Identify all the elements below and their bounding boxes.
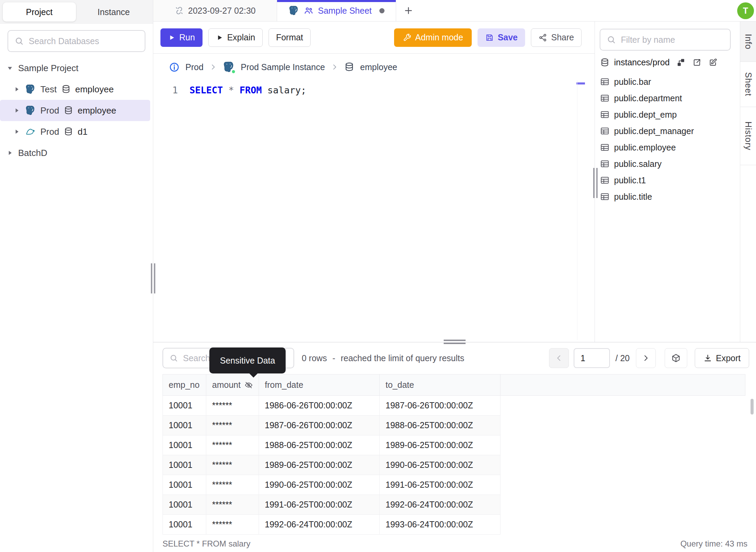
sidebar-resize-handle[interactable]: [151, 263, 155, 293]
table-cell-filler: [500, 416, 745, 435]
run-button[interactable]: Run: [160, 28, 203, 47]
column-header-to_date: to_date: [380, 374, 500, 396]
tree-item-batchd[interactable]: BatchD: [0, 142, 153, 163]
editor-panel-resize-handle[interactable]: [593, 168, 598, 198]
limit-message: reached the limit of query results: [341, 353, 464, 363]
results-scrollbar[interactable]: [751, 399, 754, 415]
database-path: instances/prod: [614, 57, 670, 67]
sql-code-line[interactable]: SELECT * FROM salary;: [190, 85, 306, 95]
external-link-icon: [692, 58, 702, 67]
data-view-mode-button[interactable]: [665, 348, 687, 368]
breadcrumb-database[interactable]: employee: [360, 62, 397, 72]
breadcrumb-instance[interactable]: Prod Sample Instance: [241, 62, 325, 72]
tab-project[interactable]: Project: [3, 2, 76, 22]
schema-table-item[interactable]: public.department: [595, 90, 740, 106]
tree-item-prod-employee[interactable]: Prod employee: [0, 100, 150, 121]
explain-button[interactable]: Explain: [208, 28, 263, 47]
prev-page-button[interactable]: [549, 348, 569, 368]
database-search-input[interactable]: [29, 36, 139, 46]
tooltip-arrow: [249, 373, 258, 378]
database-icon: [61, 84, 71, 94]
schema-table-label: public.t1: [614, 175, 646, 185]
instance-status-dot: [231, 69, 236, 74]
wrench-icon: [403, 33, 412, 42]
sql-star: *: [229, 85, 234, 95]
table-cell-filler: [500, 455, 745, 475]
table-cell: ******: [206, 416, 259, 435]
tree-item-sample-project[interactable]: Sample Project: [0, 57, 153, 79]
results-grid: emp_noamountfrom_dateto_date 10001******…: [162, 374, 756, 536]
tab-instance[interactable]: Instance: [77, 2, 151, 22]
schema-filter-input[interactable]: [621, 35, 724, 45]
schema-table-item[interactable]: public.dept_manager: [595, 123, 740, 139]
table-row: 10001******1989-06-25T00:00:00Z1990-06-2…: [163, 455, 745, 475]
table-row: 10001******1988-06-25T00:00:00Z1989-06-2…: [163, 435, 745, 455]
column-header-filler: [500, 374, 745, 396]
database-icon: [600, 58, 610, 67]
schema-diagram-button[interactable]: [676, 58, 686, 67]
schema-filter: [600, 29, 731, 51]
edit-icon: [708, 58, 718, 67]
schema-table-item[interactable]: public.bar: [595, 74, 740, 90]
avatar[interactable]: T: [737, 2, 754, 19]
editor-toolbar: Run Explain Format Admin mode Save Share: [153, 22, 595, 54]
sql-editor[interactable]: 1 SELECT * FROM salary;: [153, 80, 595, 342]
page-number-input[interactable]: [574, 348, 610, 368]
admin-mode-label: Admin mode: [415, 32, 463, 42]
new-tab-button[interactable]: [396, 0, 421, 21]
table-cell: ******: [206, 455, 259, 475]
sql-keyword: FROM: [239, 85, 262, 95]
database-search: [8, 30, 145, 52]
export-label: Export: [716, 353, 741, 363]
info-icon[interactable]: [169, 62, 180, 73]
admin-mode-button[interactable]: Admin mode: [394, 28, 472, 47]
tab-sample-sheet[interactable]: Sample Sheet: [277, 0, 396, 21]
schema-table-item[interactable]: public.t1: [595, 172, 740, 188]
schema-table-item[interactable]: public.employee: [595, 139, 740, 156]
sql-keyword: SELECT: [190, 85, 223, 95]
database-header-row: instances/prod: [600, 57, 731, 67]
save-button[interactable]: Save: [478, 28, 525, 47]
sheet-tab-bar: 2023-09-27 02:30 Sample Sheet T: [153, 0, 756, 22]
tree-item-test-employee[interactable]: Test employee: [0, 79, 153, 100]
schema-panel: instances/prod public.bar public.departm…: [595, 22, 740, 342]
export-button[interactable]: Export: [695, 348, 749, 368]
tree-item-prod-d1[interactable]: Prod d1: [0, 121, 153, 142]
column-header-from_date: from_date: [259, 374, 380, 396]
table-cell: ******: [206, 475, 259, 495]
right-tab-strip: Info Sheet History: [740, 22, 756, 342]
share-button[interactable]: Share: [531, 28, 582, 47]
next-page-button[interactable]: [636, 348, 656, 368]
postgres-icon: [288, 5, 299, 16]
tree-project-label: Sample Project: [18, 63, 78, 74]
table-cell-filler: [500, 396, 745, 416]
chevron-right-icon: [13, 128, 21, 135]
table-icon: [600, 159, 610, 169]
tree-env-label: Test: [40, 84, 57, 95]
breadcrumb-environment[interactable]: Prod: [185, 62, 204, 72]
chevron-right-icon: [642, 354, 650, 362]
table-cell: 1988-06-25T00:00:00Z: [380, 416, 500, 435]
open-external-button[interactable]: [692, 58, 702, 67]
edit-schema-button[interactable]: [708, 58, 718, 67]
tree-db-label: d1: [78, 127, 88, 137]
table-cell: 10001: [163, 455, 206, 475]
breadcrumb: Prod Prod Sample Instance employee: [153, 54, 595, 80]
schema-table-item[interactable]: public.salary: [595, 156, 740, 172]
tooltip-label: Sensitive Data: [220, 356, 275, 366]
schema-table-label: public.employee: [614, 143, 676, 153]
format-button[interactable]: Format: [269, 28, 311, 47]
schema-table-item[interactable]: public.title: [595, 188, 740, 205]
schema-table-item[interactable]: public.dept_emp: [595, 106, 740, 123]
side-tab-history[interactable]: History: [740, 107, 756, 165]
table-cell: 1986-06-26T00:00:00Z: [259, 396, 380, 416]
share-label: Share: [551, 32, 574, 42]
tab-query-history[interactable]: 2023-09-27 02:30: [153, 0, 277, 21]
schema-table-label: public.dept_emp: [614, 110, 677, 120]
side-tab-sheet[interactable]: Sheet: [740, 62, 756, 107]
results-resize-handle[interactable]: [444, 340, 466, 344]
side-tab-info[interactable]: Info: [740, 22, 756, 62]
sql-identifier: salary;: [262, 85, 306, 95]
table-cell: 10001: [163, 396, 206, 416]
play-icon: [216, 34, 223, 41]
